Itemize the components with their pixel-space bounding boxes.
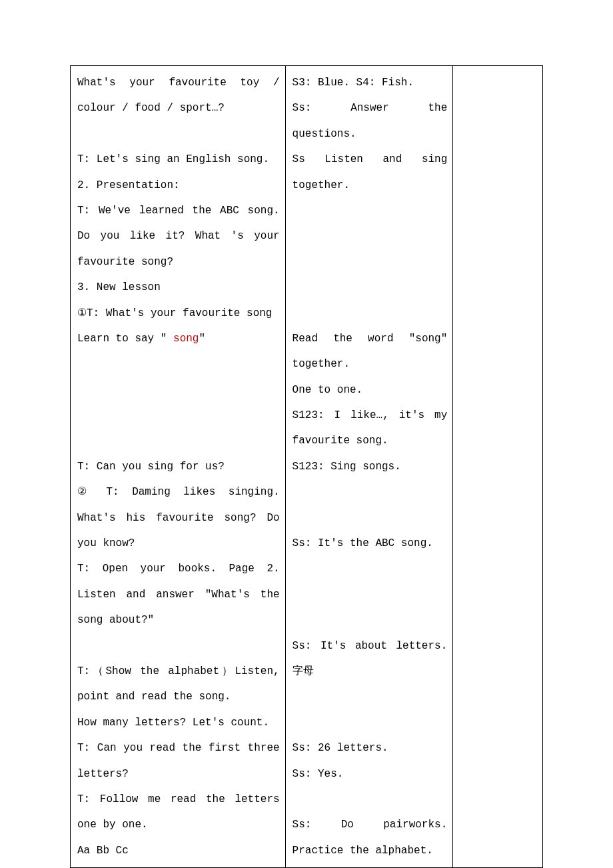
text-line (77, 121, 280, 147)
highlight-word: song (173, 333, 199, 345)
text-line (293, 479, 448, 505)
text-line: T: Follow me read the letters one by one… (77, 787, 280, 838)
text-line (293, 505, 448, 531)
text-line (293, 710, 448, 735)
teacher-activity-cell: What's your favourite toy / colour / foo… (71, 66, 286, 868)
text-line: Ss: It's the ABC song. (293, 531, 448, 556)
text-line: T:（Show the alphabet）Listen, point and r… (77, 659, 280, 710)
text-line: 3. New lesson (77, 275, 280, 300)
text-line: ② T: Daming likes singing. What's his fa… (77, 479, 280, 556)
text-line (77, 351, 280, 377)
document-page: What's your favourite toy / colour / foo… (0, 0, 613, 868)
text-line (293, 556, 448, 581)
text-line: S3: Blue. S4: Fish. (293, 70, 448, 95)
text-line (293, 198, 448, 223)
text-line (293, 275, 448, 300)
text-line: Ss: Answer the questions. (293, 95, 448, 147)
student-activity-cell: S3: Blue. S4: Fish. Ss: Answer the quest… (285, 66, 453, 868)
text-line (293, 684, 448, 709)
text-line (293, 607, 448, 633)
text-line: S123: I like…, it's my favourite song. (293, 403, 448, 454)
text-line: 2. Presentation: (77, 173, 280, 198)
text-line (77, 403, 280, 428)
lesson-plan-table: What's your favourite toy / colour / foo… (70, 65, 543, 868)
text-line (293, 249, 448, 275)
text-line: S123: Sing songs. (293, 454, 448, 479)
text-line: Read the word "song" together. (293, 326, 448, 377)
text-line: Ss: 26 letters. (293, 735, 448, 761)
text-line (293, 301, 448, 326)
text-line: T: Open your books. Page 2. Listen and a… (77, 556, 280, 633)
text-line: One to one. (293, 377, 448, 403)
text-line (77, 633, 280, 659)
text-line: Ss: It's about letters. 字母 (293, 633, 448, 685)
text-line: Aa Bb Cc (77, 838, 280, 863)
text-line: How many letters? Let's count. (77, 710, 280, 735)
text-line (77, 377, 280, 403)
notes-cell (453, 66, 543, 868)
text-line: Ss: Yes. (293, 761, 448, 787)
text-line: Ss: Do pairworks. Practice the alphabet. (293, 812, 448, 863)
text-line: What's your favourite toy / colour / foo… (77, 70, 280, 121)
text-line: T: Can you sing for us? (77, 454, 280, 479)
text-line: Learn to say " song" (77, 326, 280, 351)
text-line: T: Can you read the first three letters? (77, 735, 280, 787)
text-line: T: We've learned the ABC song. Do you li… (77, 198, 280, 275)
text-line: Ss Listen and sing together. (293, 147, 448, 198)
text-fragment: " (199, 333, 205, 345)
text-line (293, 582, 448, 607)
text-line (293, 787, 448, 812)
text-line (77, 428, 280, 453)
text-line (293, 223, 448, 249)
text-line: T: Let's sing an English song. (77, 147, 280, 172)
text-fragment: Learn to say " (77, 333, 173, 345)
table-row: What's your favourite toy / colour / foo… (71, 66, 543, 868)
text-line: ①T: What's your favourite song (77, 301, 280, 326)
